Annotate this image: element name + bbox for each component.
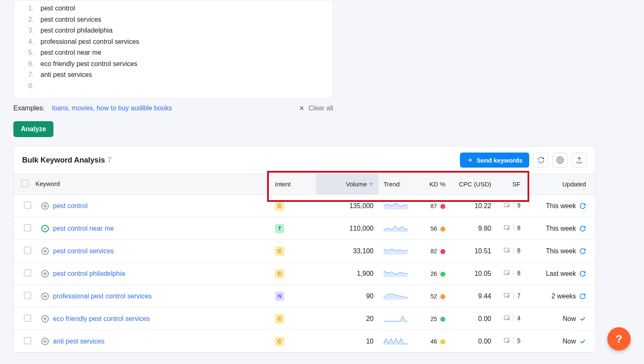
- volume-cell: 10: [316, 330, 379, 353]
- svg-point-8: [508, 273, 509, 274]
- keyword-link[interactable]: pest control philadelphia: [53, 270, 125, 277]
- intent-badge[interactable]: T: [275, 224, 284, 233]
- col-header-trend[interactable]: Trend: [379, 174, 413, 195]
- updated-cell: 2 weeks: [525, 285, 595, 308]
- serp-icon: [503, 202, 510, 209]
- refresh-row-icon[interactable]: [579, 293, 586, 300]
- refresh-row-icon[interactable]: [579, 225, 586, 232]
- keyword-input-line[interactable]: 8.: [22, 81, 324, 92]
- col-header-intent[interactable]: Intent: [270, 174, 316, 195]
- results-header: Bulk Keyword Analysis 7 Send keywords: [14, 147, 595, 173]
- trend-cell[interactable]: [379, 262, 413, 285]
- intent-badge[interactable]: C: [275, 337, 284, 346]
- refresh-row-icon[interactable]: [579, 203, 586, 209]
- col-header-kd[interactable]: KD %: [413, 174, 450, 195]
- col-header-keyword[interactable]: Keyword: [14, 174, 270, 195]
- settings-button[interactable]: [553, 153, 568, 168]
- cpc-cell: 10.51: [450, 240, 496, 262]
- trend-cell[interactable]: [379, 240, 413, 262]
- sf-cell[interactable]: 7: [496, 285, 525, 308]
- row-checkbox[interactable]: [24, 224, 31, 232]
- plus-circle-icon[interactable]: [41, 315, 49, 323]
- refresh-row-icon[interactable]: [579, 248, 586, 255]
- svg-point-0: [559, 159, 561, 161]
- keyword-line-number: 1.: [22, 3, 34, 14]
- sf-cell[interactable]: 5: [496, 330, 525, 353]
- keyword-link[interactable]: pest control near me: [53, 225, 114, 232]
- export-button[interactable]: [572, 153, 587, 168]
- send-keywords-button[interactable]: Send keywords: [460, 153, 529, 168]
- row-checkbox[interactable]: [24, 292, 31, 299]
- trend-cell[interactable]: [379, 330, 413, 353]
- table-body: pest control C 135,000 87 10.22 9 This w…: [14, 195, 595, 353]
- sf-cell[interactable]: 8: [496, 217, 525, 240]
- export-icon: [576, 156, 583, 164]
- intent-badge[interactable]: C: [275, 314, 284, 323]
- trend-cell[interactable]: [379, 195, 413, 217]
- intent-badge[interactable]: N: [275, 292, 284, 301]
- keyword-link[interactable]: pest control: [53, 202, 88, 210]
- sf-cell[interactable]: 8: [496, 240, 525, 262]
- col-header-cpc[interactable]: CPC (USD): [450, 174, 496, 195]
- trend-cell[interactable]: [379, 285, 413, 308]
- sf-cell[interactable]: 4: [496, 308, 525, 330]
- clear-all-button[interactable]: ✕ Clear all: [299, 104, 333, 112]
- volume-cell: 1,900: [316, 262, 379, 285]
- plus-circle-icon[interactable]: [41, 270, 49, 277]
- keyword-link[interactable]: eco friendly pest control services: [53, 315, 150, 323]
- intent-badge[interactable]: C: [275, 201, 284, 211]
- col-header-volume[interactable]: Volume: [316, 174, 379, 195]
- keyword-link[interactable]: pest control services: [53, 247, 114, 255]
- row-checkbox[interactable]: [24, 201, 31, 209]
- keyword-input-line[interactable]: 1.pest control: [22, 3, 324, 14]
- row-checkbox[interactable]: [24, 247, 31, 254]
- kd-cell: 52: [413, 285, 450, 308]
- keyword-input-line[interactable]: 2.pest control services: [22, 14, 324, 25]
- plus-circle-icon[interactable]: [41, 338, 49, 345]
- kd-cell: 82: [413, 240, 450, 262]
- keyword-input-line[interactable]: 3.pest control philadelphia: [22, 25, 324, 36]
- col-header-sf[interactable]: SF: [496, 174, 525, 195]
- analyze-button[interactable]: Analyze: [13, 121, 53, 137]
- intent-badge[interactable]: C: [275, 269, 284, 278]
- kd-difficulty-dot: [440, 294, 445, 299]
- trend-cell[interactable]: [379, 217, 413, 240]
- keyword-line-text: pest control philadelphia: [40, 25, 113, 36]
- keyword-line-number: 7.: [22, 69, 34, 81]
- question-icon: ?: [616, 333, 622, 346]
- keyword-line-number: 5.: [22, 47, 34, 59]
- plus-circle-icon[interactable]: [41, 293, 49, 300]
- keyword-input-line[interactable]: 7.anti pest services: [22, 69, 324, 81]
- refresh-button[interactable]: [533, 153, 548, 168]
- volume-cell: 135,000: [316, 195, 379, 217]
- col-header-updated[interactable]: Updated: [525, 174, 595, 195]
- kd-difficulty-dot: [440, 204, 445, 209]
- keyword-input-line[interactable]: 6.eco friendly pest control services: [22, 59, 324, 70]
- table-row: pest control C 135,000 87 10.22 9 This w…: [14, 195, 595, 217]
- sf-cell[interactable]: 8: [496, 262, 525, 285]
- cpc-cell: 9.44: [450, 285, 496, 308]
- plus-circle-icon[interactable]: [41, 202, 49, 210]
- plus-circle-icon[interactable]: [41, 247, 49, 255]
- row-checkbox[interactable]: [24, 314, 31, 322]
- row-checkbox[interactable]: [24, 269, 31, 277]
- refresh-row-icon[interactable]: [579, 270, 586, 277]
- svg-point-2: [508, 205, 509, 206]
- intent-badge[interactable]: C: [275, 247, 284, 256]
- keyword-input-list[interactable]: 1.pest control2.pest control services3.p…: [22, 3, 324, 92]
- sf-cell[interactable]: 9: [496, 195, 525, 217]
- serp-icon: [503, 292, 510, 299]
- results-card: Bulk Keyword Analysis 7 Send keywords: [13, 146, 596, 353]
- keyword-link[interactable]: professional pest control services: [53, 293, 152, 300]
- keyword-input-line[interactable]: 4.professional pest control services: [22, 36, 324, 48]
- keyword-input-line[interactable]: 5.pest control near me: [22, 47, 324, 59]
- help-button[interactable]: ?: [607, 327, 631, 351]
- keyword-line-text: professional pest control services: [40, 36, 139, 48]
- keyword-link[interactable]: anti pest services: [53, 338, 105, 345]
- examples-link[interactable]: loans, movies, how to buy audible books: [52, 104, 172, 112]
- row-checkbox[interactable]: [24, 337, 31, 344]
- trend-cell[interactable]: [379, 308, 413, 330]
- select-all-checkbox[interactable]: [21, 180, 29, 187]
- svg-point-12: [508, 318, 509, 319]
- kd-difficulty-dot: [440, 249, 445, 254]
